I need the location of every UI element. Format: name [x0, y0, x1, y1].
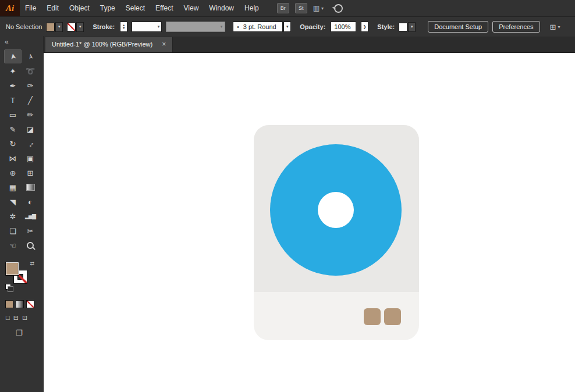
stroke-weight-combobox[interactable]: ▾ — [132, 22, 162, 32]
selection-options-dropdown[interactable]: ⊞ ▾ — [550, 23, 560, 31]
disc-blue-circle[interactable] — [270, 144, 402, 276]
stock-button[interactable]: St — [295, 3, 307, 13]
variable-width-profile-dropdown[interactable]: • 3 pt. Round ▾ — [233, 22, 291, 32]
shape-builder-tool[interactable]: ⊕ — [4, 166, 22, 180]
selection-status: No Selection — [6, 23, 42, 30]
eyedropper-tool[interactable]: ◥ — [4, 195, 22, 209]
collapse-panel-icon[interactable]: « — [0, 36, 43, 47]
fill-stroke-widget: ⇄ — [5, 262, 32, 291]
opacity-input[interactable]: 100% — [331, 22, 356, 32]
scale-tool-icon: ↔ — [24, 138, 36, 149]
drawing-modes-row: □ ⊟ ⊡ — [6, 314, 43, 322]
pen-tool[interactable]: ✒ — [4, 79, 22, 92]
paintbrush-tool[interactable]: ✏ — [22, 108, 39, 122]
eraser-tool[interactable]: ◪ — [22, 122, 39, 136]
width-tool[interactable]: ⋈ — [4, 151, 22, 165]
variable-width-field[interactable]: • 3 pt. Round — [233, 22, 283, 32]
hand-tool[interactable]: ☜ — [4, 238, 22, 252]
menu-object[interactable]: Object — [64, 0, 95, 16]
workspace-switcher[interactable]: ▥ ▾ — [313, 4, 324, 12]
none-slash-icon — [68, 23, 75, 31]
align-icon: ⊞ — [550, 23, 556, 31]
stepper-down-icon[interactable]: ▾ — [123, 27, 125, 30]
color-button[interactable] — [5, 300, 13, 308]
artwork-disc-icon[interactable] — [254, 125, 419, 340]
stroke-color-dropdown[interactable]: ▾ — [67, 22, 84, 32]
style-swatch — [399, 23, 407, 31]
fill-color-dropdown[interactable]: ▾ — [46, 22, 63, 32]
document-setup-button[interactable]: Document Setup — [428, 21, 488, 33]
document-tab-bar: Untitled-1* @ 100% (RGB/Preview) × — [43, 36, 575, 53]
preferences-button[interactable]: Preferences — [492, 21, 539, 33]
menu-type[interactable]: Type — [95, 0, 120, 16]
menu-help[interactable]: Help — [239, 0, 264, 16]
chevron-down-icon: ▾ — [158, 24, 160, 29]
color-gradient-none-row — [5, 300, 43, 308]
canvas[interactable] — [43, 52, 575, 392]
app-logo[interactable]: Ai — [0, 0, 20, 16]
menu-effect[interactable]: Effect — [150, 0, 178, 16]
document-tab[interactable]: Untitled-1* @ 100% (RGB/Preview) × — [45, 36, 173, 52]
line-segment-tool[interactable]: ╱ — [22, 93, 39, 107]
column-graph-tool[interactable]: ▂▅▇ — [22, 209, 39, 223]
swap-fill-stroke-icon[interactable]: ⇄ — [30, 261, 34, 266]
chevron-down-icon: ▾ — [221, 24, 223, 29]
disc-center-hole[interactable] — [318, 192, 354, 228]
screen-mode-button[interactable]: ❐ — [16, 329, 43, 337]
style-label: Style: — [377, 23, 395, 30]
chevron-down-icon: ▾ — [558, 24, 560, 30]
menu-file[interactable]: File — [20, 0, 41, 16]
blend-tool[interactable]: ◐ — [22, 195, 39, 209]
profile-dot-icon: • — [237, 24, 239, 30]
brush-definition-dropdown[interactable]: ▾ — [166, 22, 225, 32]
gradient-button[interactable] — [16, 300, 24, 308]
menu-select[interactable]: Select — [120, 0, 150, 16]
magic-wand-tool[interactable]: ✦ — [4, 64, 22, 78]
symbol-sprayer-tool[interactable]: ✲ — [4, 209, 22, 223]
gpu-performance-icon[interactable] — [334, 4, 343, 13]
stroke-label: Stroke: — [93, 23, 115, 30]
style-dropdown[interactable]: ▾ — [399, 22, 416, 32]
bridge-button[interactable]: Br — [277, 3, 289, 13]
none-button[interactable] — [26, 300, 34, 308]
stroke-weight-stepper[interactable]: ▴ ▾ — [120, 22, 127, 32]
disc-button-right[interactable] — [384, 308, 401, 325]
curvature-tool[interactable]: ✑ — [22, 79, 39, 92]
stroke-swatch — [67, 23, 76, 31]
menu-view[interactable]: View — [179, 0, 204, 16]
direct-selection-tool[interactable]: ➢ — [22, 49, 39, 63]
lasso-tool[interactable]: ➰ — [22, 64, 39, 78]
rectangle-tool[interactable]: ▭ — [4, 108, 22, 122]
chevron-down-icon: ▾ — [321, 6, 324, 11]
tool-grid: ➤ ➢ ✦ ➰ ✒ ✑ T ╱ ▭ ✏ ✎ ◪ ↻ ↔ ⋈ ▣ ⊕ ⊞ ▦ ◥ … — [0, 49, 43, 252]
scale-tool[interactable]: ↔ — [22, 137, 39, 151]
magnifier-icon — [27, 242, 34, 249]
variable-width-value: 3 pt. Round — [243, 23, 276, 30]
shaper-tool[interactable]: ✎ — [4, 122, 22, 136]
free-transform-tool[interactable]: ▣ — [22, 151, 39, 165]
gradient-icon — [26, 184, 35, 191]
fill-swatch — [46, 23, 55, 31]
mesh-tool[interactable]: ▦ — [4, 180, 22, 194]
draw-normal-button[interactable]: □ — [6, 314, 10, 322]
gradient-tool[interactable] — [22, 180, 39, 194]
close-tab-icon[interactable]: × — [162, 40, 166, 48]
default-fill-stroke-icon[interactable] — [5, 284, 11, 290]
fill-color-swatch[interactable] — [5, 262, 19, 276]
draw-behind-button[interactable]: ⊟ — [13, 314, 19, 322]
menu-window[interactable]: Window — [204, 0, 239, 16]
type-tool[interactable]: T — [4, 93, 22, 107]
direct-selection-tool-icon: ➢ — [26, 52, 36, 60]
perspective-grid-tool[interactable]: ⊞ — [22, 166, 39, 180]
control-bar: No Selection ▾ ▾ Stroke: ▴ ▾ ▾ ▾ • 3 pt.… — [0, 16, 575, 37]
artboard-tool[interactable]: ❏ — [4, 224, 22, 238]
rotate-tool[interactable]: ↻ — [4, 137, 22, 151]
chevron-down-icon: ▾ — [55, 22, 63, 32]
selection-tool[interactable]: ➤ — [4, 49, 22, 63]
zoom-tool[interactable] — [22, 238, 39, 252]
menu-edit[interactable]: Edit — [41, 0, 64, 16]
slice-tool[interactable]: ✂ — [22, 224, 39, 238]
opacity-flyout-icon[interactable]: ❯ — [361, 22, 368, 32]
disc-button-left[interactable] — [364, 308, 381, 325]
draw-inside-button[interactable]: ⊡ — [22, 314, 27, 322]
